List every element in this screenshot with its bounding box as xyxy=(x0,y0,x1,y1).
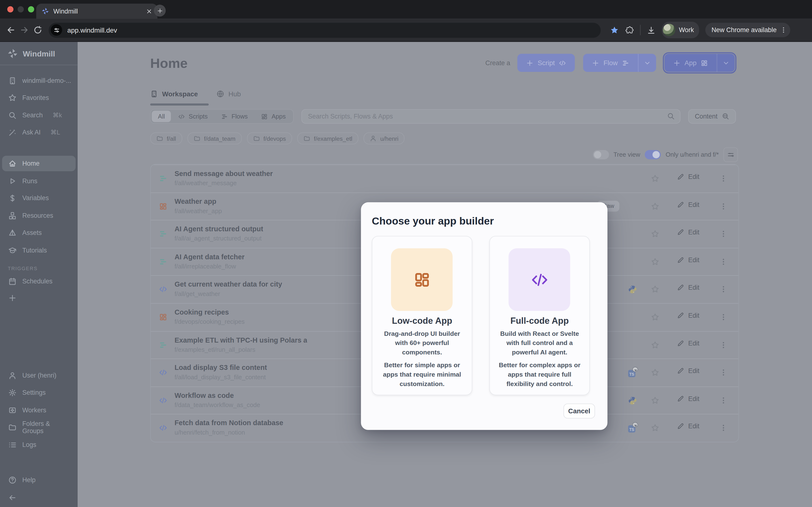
create-button[interactable]: Flow xyxy=(583,54,638,72)
row-menu-icon[interactable] xyxy=(719,202,727,210)
pencil-icon xyxy=(677,312,684,319)
view-tab[interactable]: Workspace xyxy=(150,90,198,98)
browser-menu-icon[interactable] xyxy=(780,26,787,34)
create-dropdown-button[interactable] xyxy=(717,54,735,72)
toolbar-divider xyxy=(640,25,641,35)
back-button[interactable] xyxy=(6,25,16,35)
create-actions: Create a Script xyxy=(485,54,735,72)
folder-chip[interactable]: f/devops xyxy=(247,132,292,145)
edit-button[interactable]: Edit xyxy=(677,395,699,402)
folder-chip[interactable]: f/all xyxy=(150,132,182,145)
edit-button[interactable]: Edit xyxy=(677,173,699,181)
site-settings-icon[interactable] xyxy=(51,24,62,36)
favorite-star-icon[interactable] xyxy=(651,341,659,349)
create-dropdown-button[interactable] xyxy=(638,54,656,72)
folder-chip[interactable]: f/examples_etl xyxy=(297,132,358,145)
windmill-favicon xyxy=(41,7,49,15)
favorite-star-icon[interactable] xyxy=(651,258,659,266)
reload-button[interactable] xyxy=(33,25,43,35)
help-button[interactable]: Help xyxy=(0,471,78,489)
window-controls[interactable] xyxy=(7,6,34,12)
row-menu-icon[interactable] xyxy=(719,341,727,349)
type-filter-segment[interactable]: Apps xyxy=(255,111,292,122)
edit-button[interactable]: Edit xyxy=(677,368,699,375)
sidebar-nav-item[interactable]: Assets xyxy=(2,225,75,240)
zoom-window-button[interactable] xyxy=(28,6,34,12)
add-trigger-button[interactable] xyxy=(0,289,78,306)
sidebar-nav-item[interactable]: Runs xyxy=(2,173,75,188)
downloads-icon[interactable] xyxy=(647,25,655,34)
folder-chip[interactable]: u/henri xyxy=(364,132,405,145)
search-input[interactable] xyxy=(301,109,680,124)
sidebar-item[interactable]: Search ⌘k xyxy=(0,107,78,124)
cancel-button[interactable]: Cancel xyxy=(563,403,595,418)
create-button[interactable]: Script xyxy=(517,54,575,72)
sidebar-nav-item[interactable]: Resources xyxy=(2,208,75,223)
type-filter-segment[interactable]: Scripts xyxy=(172,111,214,122)
tab-close-icon[interactable] xyxy=(146,8,152,14)
collapse-sidebar-button[interactable] xyxy=(0,489,78,506)
sidebar-item[interactable]: Workers xyxy=(0,401,78,419)
app-builder-card[interactable]: Full-code App Build with React or Svelte… xyxy=(489,236,590,395)
favorite-star-icon[interactable] xyxy=(651,174,659,182)
sidebar-nav-item[interactable]: Variables xyxy=(2,190,75,206)
favorite-star-icon[interactable] xyxy=(651,369,659,377)
type-filter: All Scripts Flows xyxy=(150,109,293,124)
favorite-star-icon[interactable] xyxy=(651,230,659,238)
chrome-update-button[interactable]: New Chrome available xyxy=(705,23,790,37)
row-menu-icon[interactable] xyxy=(719,230,727,238)
favorite-star-icon[interactable] xyxy=(651,396,659,404)
minimize-window-button[interactable] xyxy=(18,6,24,12)
bookmark-star-icon[interactable] xyxy=(610,25,619,34)
row-menu-icon[interactable] xyxy=(719,285,727,294)
edit-button[interactable]: Edit xyxy=(677,201,699,208)
address-bar[interactable]: app.windmill.dev xyxy=(49,22,601,38)
filter-settings-button[interactable] xyxy=(723,148,738,162)
edit-button[interactable]: Edit xyxy=(677,257,699,264)
edit-button[interactable]: Edit xyxy=(677,340,699,347)
row-menu-icon[interactable] xyxy=(719,369,727,377)
edit-button[interactable]: Edit xyxy=(677,312,699,319)
forward-button[interactable] xyxy=(19,25,29,35)
type-filter-segment[interactable]: All xyxy=(152,111,171,122)
close-window-button[interactable] xyxy=(7,6,13,12)
sidebar-item-schedules[interactable]: Schedules xyxy=(0,273,78,290)
app-builder-card[interactable]: Low-code App Drag-and-drop UI builder wi… xyxy=(372,236,472,395)
content-search-button[interactable]: Content xyxy=(688,109,735,124)
only-owner-toggle[interactable] xyxy=(645,150,661,159)
sidebar-item[interactable]: Favorites xyxy=(0,89,78,107)
row-menu-icon[interactable] xyxy=(719,396,727,404)
sidebar-nav-item[interactable]: Home xyxy=(2,156,75,171)
sidebar-item[interactable]: Folders & Groups xyxy=(0,419,78,436)
favorite-star-icon[interactable] xyxy=(651,285,659,294)
tree-view-toggle[interactable] xyxy=(593,150,609,159)
edit-button[interactable]: Edit xyxy=(677,423,699,430)
magnifier-code-icon xyxy=(722,113,729,120)
create-button[interactable]: App xyxy=(664,54,717,72)
bun-ts-icon: TS xyxy=(628,424,637,433)
create-button-group: Script xyxy=(517,54,575,72)
sidebar-item[interactable]: Logs xyxy=(0,436,78,453)
edit-button[interactable]: Edit xyxy=(677,229,699,236)
row-menu-icon[interactable] xyxy=(719,313,727,321)
favorite-star-icon[interactable] xyxy=(651,424,659,432)
new-tab-button[interactable] xyxy=(154,5,165,16)
profile-button[interactable]: Work xyxy=(662,22,699,38)
sidebar-item[interactable]: Settings xyxy=(0,384,78,401)
sidebar-nav-item[interactable]: Tutorials xyxy=(2,242,75,258)
row-menu-icon[interactable] xyxy=(719,174,727,182)
row-menu-icon[interactable] xyxy=(719,424,727,432)
sidebar-item[interactable]: Ask AI ⌘L xyxy=(0,124,78,141)
folder-chip[interactable]: f/data_team xyxy=(188,132,242,145)
browser-tab[interactable]: Windmill xyxy=(36,4,157,18)
type-filter-segment[interactable]: Flows xyxy=(215,111,254,122)
extensions-icon[interactable] xyxy=(625,25,633,34)
workspace-selector[interactable]: windmill-demo-... xyxy=(0,72,78,89)
favorite-star-icon[interactable] xyxy=(651,202,659,210)
edit-button[interactable]: Edit xyxy=(677,284,699,291)
list-item[interactable]: Send message about weather f/all/weather… xyxy=(151,164,739,192)
sidebar-item[interactable]: User (henri) xyxy=(0,367,78,384)
view-tab[interactable]: Hub xyxy=(216,90,241,98)
row-menu-icon[interactable] xyxy=(719,258,727,266)
favorite-star-icon[interactable] xyxy=(651,313,659,321)
